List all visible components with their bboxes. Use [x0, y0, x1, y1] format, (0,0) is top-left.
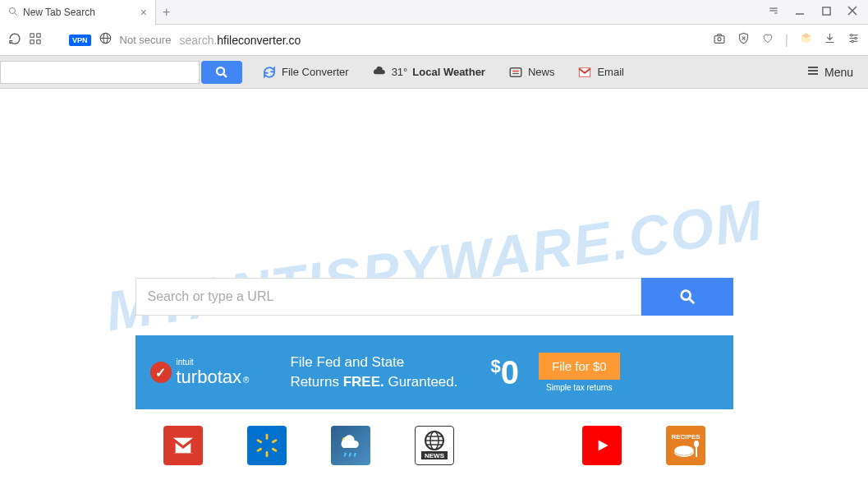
quick-link-news[interactable]: NEWS — [415, 426, 454, 465]
weather-label: Local Weather — [412, 66, 485, 78]
toolbar-items: File Converter 31° Local Weather News Em… — [262, 65, 792, 80]
quick-link-recipes[interactable]: RECIPES — [666, 426, 705, 465]
svg-rect-11 — [30, 39, 34, 43]
quick-links: NEWS RECIPES — [163, 426, 705, 465]
svg-rect-38 — [265, 434, 268, 440]
reload-icon[interactable] — [8, 32, 21, 48]
cube-icon[interactable] — [800, 32, 812, 48]
ad-logo: ✓ intuit turbotax® — [150, 358, 250, 388]
tab-title: New Tab Search — [23, 7, 137, 18]
divider: | — [785, 33, 788, 48]
ad-price: $0 — [490, 354, 519, 391]
ad-cta-block: File for $0 Simple tax returns — [539, 353, 620, 392]
close-window-button[interactable] — [847, 5, 858, 16]
svg-rect-42 — [256, 439, 263, 444]
settings-icon[interactable] — [847, 32, 860, 48]
address-bar: VPN Not secure search.hfileconverter.co … — [0, 25, 868, 56]
globe-icon — [99, 32, 112, 48]
svg-text:NEWS: NEWS — [425, 452, 445, 459]
menu-button[interactable]: Menu — [792, 64, 868, 80]
refresh-icon — [262, 65, 277, 80]
address-actions: | — [713, 32, 860, 48]
url-field[interactable]: search.hfileconverter.co — [179, 34, 704, 47]
weather-link[interactable]: 31° Local Weather — [372, 65, 485, 80]
svg-rect-6 — [822, 7, 829, 14]
svg-rect-16 — [714, 35, 724, 43]
mini-search — [0, 56, 242, 89]
download-icon[interactable] — [824, 32, 836, 48]
vpn-badge[interactable]: VPN — [69, 35, 91, 46]
svg-line-36 — [689, 298, 694, 303]
svg-rect-39 — [265, 451, 268, 457]
svg-line-45 — [344, 453, 346, 457]
svg-point-57 — [674, 445, 694, 455]
weather-cloud-icon — [372, 65, 387, 80]
svg-point-17 — [718, 37, 721, 40]
search-icon — [8, 5, 18, 20]
security-status: Not secure — [120, 34, 172, 46]
svg-point-59 — [694, 441, 699, 447]
svg-line-46 — [349, 453, 351, 457]
maximize-button[interactable] — [820, 5, 832, 16]
page-toolbar: File Converter 31° Local Weather News Em… — [0, 56, 868, 89]
weather-temp: 31° — [392, 66, 408, 78]
minimize-button[interactable] — [794, 5, 806, 16]
email-label: Email — [597, 66, 624, 78]
email-link[interactable]: Email — [577, 65, 624, 80]
checkmark-icon: ✓ — [150, 362, 172, 383]
turbotax-ad[interactable]: ✓ intuit turbotax® File Fed and State Re… — [135, 335, 733, 409]
file-converter-link[interactable]: File Converter — [262, 65, 349, 80]
window-controls — [761, 0, 865, 21]
ad-text: File Fed and State Returns FREE. Gurante… — [290, 353, 457, 392]
quick-link-youtube[interactable] — [582, 426, 622, 465]
camera-icon[interactable] — [713, 32, 726, 48]
new-tab-button[interactable]: + — [156, 5, 177, 20]
svg-point-26 — [217, 67, 224, 75]
main-search — [135, 278, 733, 316]
quick-link-weather[interactable] — [331, 426, 370, 465]
svg-rect-41 — [256, 447, 263, 452]
svg-rect-43 — [271, 447, 278, 452]
page-content: MYANTISPYWARE.COM ✓ intuit turbotax® Fil… — [0, 89, 868, 480]
panel-icon[interactable] — [768, 5, 779, 16]
main-search-input[interactable] — [135, 278, 641, 316]
mini-search-input[interactable] — [0, 61, 200, 84]
news-link[interactable]: News — [508, 65, 555, 80]
svg-line-47 — [354, 453, 356, 457]
ad-cta-subtext: Simple tax returns — [539, 383, 620, 392]
svg-point-25 — [852, 40, 854, 43]
svg-rect-9 — [30, 33, 34, 36]
ad-brand: intuit turbotax® — [177, 358, 250, 388]
gmail-icon — [577, 65, 592, 80]
svg-text:RECIPES: RECIPES — [671, 433, 700, 441]
news-icon — [508, 65, 523, 80]
watermark: MYANTISPYWARE.COM — [101, 187, 766, 344]
file-converter-label: File Converter — [282, 66, 349, 78]
main-search-button[interactable] — [641, 278, 733, 316]
tab-bar: New Tab Search × + — [0, 0, 868, 25]
heart-icon[interactable] — [761, 32, 774, 48]
news-label: News — [528, 66, 555, 78]
menu-label: Menu — [824, 66, 853, 79]
svg-rect-40 — [271, 439, 278, 444]
close-icon[interactable]: × — [140, 6, 147, 19]
quick-link-walmart[interactable] — [247, 426, 287, 465]
svg-rect-28 — [510, 67, 521, 76]
hamburger-icon — [806, 64, 820, 80]
svg-point-35 — [681, 291, 690, 300]
shield-icon[interactable] — [737, 32, 750, 48]
svg-rect-10 — [37, 33, 40, 36]
svg-point-0 — [10, 7, 16, 13]
mini-search-button[interactable] — [201, 61, 242, 84]
browser-tab[interactable]: New Tab Search × — [0, 0, 156, 25]
svg-point-24 — [855, 37, 857, 39]
ad-cta-button[interactable]: File for $0 — [539, 353, 620, 380]
apps-grid-icon[interactable] — [30, 33, 41, 48]
svg-point-23 — [851, 35, 853, 37]
svg-line-27 — [223, 73, 227, 76]
svg-rect-12 — [37, 39, 40, 43]
quick-link-gmail[interactable] — [163, 426, 203, 465]
svg-line-1 — [15, 12, 17, 15]
